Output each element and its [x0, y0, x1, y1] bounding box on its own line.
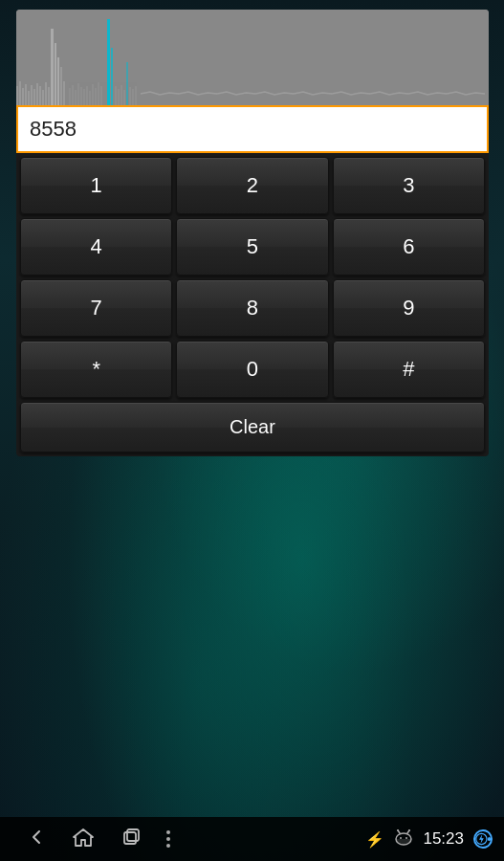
svg-rect-20 — [126, 62, 128, 105]
svg-rect-27 — [86, 86, 88, 105]
key-0-button[interactable]: 0 — [176, 341, 328, 398]
svg-rect-16 — [60, 67, 62, 105]
svg-rect-7 — [33, 89, 35, 105]
svg-rect-14 — [55, 43, 56, 105]
svg-rect-12 — [48, 87, 50, 105]
phone-input[interactable] — [16, 105, 489, 153]
svg-rect-8 — [36, 83, 38, 105]
more-options-icon[interactable] — [166, 830, 170, 848]
svg-rect-30 — [95, 88, 97, 105]
svg-marker-51 — [479, 834, 484, 844]
svg-rect-11 — [45, 82, 47, 105]
svg-rect-1 — [16, 86, 18, 105]
back-icon[interactable] — [27, 828, 46, 851]
svg-rect-21 — [69, 88, 71, 105]
key-star-button[interactable]: * — [20, 341, 172, 398]
key-7-button[interactable]: 7 — [20, 279, 172, 337]
svg-rect-28 — [89, 91, 91, 105]
waveform-svg — [16, 10, 489, 105]
svg-rect-34 — [118, 89, 120, 105]
key-5-button[interactable]: 5 — [176, 218, 328, 276]
key-hash-button[interactable]: # — [333, 341, 485, 398]
svg-rect-41 — [124, 832, 136, 844]
dialer-widget: 1 2 3 4 5 6 7 8 9 * 0 # Clear — [16, 10, 489, 456]
svg-rect-23 — [75, 90, 77, 105]
status-icons: ⚡ 15:23 — [365, 828, 504, 850]
android-icon — [394, 828, 413, 850]
key-1-button[interactable]: 1 — [20, 157, 172, 214]
svg-rect-13 — [51, 29, 54, 105]
svg-rect-18 — [107, 19, 110, 105]
key-3-button[interactable]: 3 — [333, 157, 485, 214]
svg-rect-31 — [98, 82, 99, 105]
svg-rect-35 — [121, 85, 122, 105]
key-4-button[interactable]: 4 — [20, 218, 172, 276]
keypad: 1 2 3 4 5 6 7 8 9 * 0 # Clear — [16, 153, 489, 456]
waveform-display — [16, 10, 489, 105]
svg-rect-3 — [22, 88, 24, 105]
svg-rect-2 — [19, 81, 21, 105]
key-6-button[interactable]: 6 — [333, 218, 485, 276]
svg-rect-15 — [57, 57, 59, 105]
svg-rect-22 — [72, 85, 74, 105]
svg-point-44 — [400, 837, 402, 839]
svg-rect-9 — [39, 86, 41, 105]
svg-marker-40 — [74, 829, 93, 846]
svg-point-49 — [408, 829, 410, 831]
svg-rect-10 — [42, 90, 44, 105]
svg-rect-29 — [92, 84, 94, 105]
status-bar: ⚡ 15:23 — [0, 817, 504, 861]
key-2-button[interactable]: 2 — [176, 157, 328, 214]
key-9-button[interactable]: 9 — [333, 279, 485, 337]
svg-rect-38 — [132, 89, 134, 105]
svg-rect-24 — [77, 83, 79, 105]
svg-rect-36 — [123, 90, 125, 105]
home-icon[interactable] — [73, 828, 94, 850]
svg-rect-39 — [135, 86, 137, 105]
usb-icon: ⚡ — [365, 830, 384, 849]
recents-icon[interactable] — [121, 828, 140, 850]
svg-point-45 — [405, 837, 407, 839]
svg-rect-32 — [100, 86, 102, 105]
svg-rect-25 — [80, 87, 82, 105]
svg-rect-4 — [25, 84, 27, 105]
time-display: 15:23 — [423, 829, 464, 849]
svg-rect-42 — [127, 829, 139, 841]
svg-rect-17 — [63, 81, 65, 105]
nav-area — [0, 828, 365, 851]
svg-rect-5 — [28, 91, 30, 105]
svg-rect-19 — [111, 48, 113, 105]
svg-point-48 — [397, 829, 399, 831]
svg-rect-33 — [115, 86, 117, 105]
clear-button[interactable]: Clear — [20, 402, 485, 453]
svg-rect-6 — [31, 85, 33, 105]
svg-rect-26 — [83, 89, 85, 105]
key-8-button[interactable]: 8 — [176, 279, 328, 337]
notification-icon — [473, 829, 493, 849]
svg-rect-37 — [129, 87, 131, 105]
